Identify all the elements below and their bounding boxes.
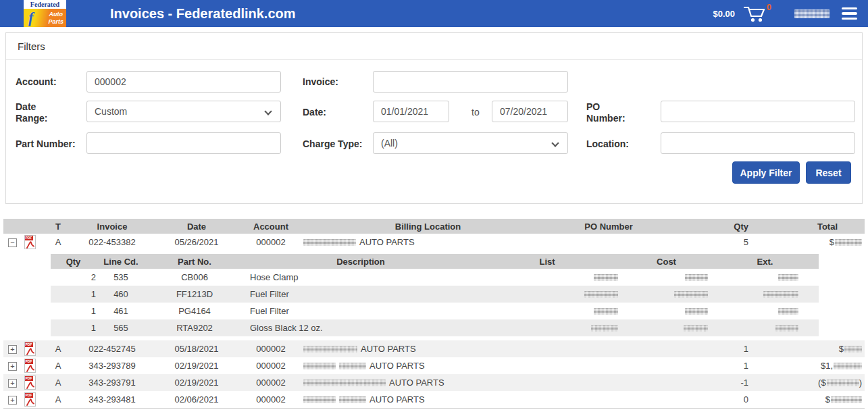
- filters-body: Account: Invoice: Date Range: Custom Dat…: [6, 60, 862, 203]
- redacted-text: [685, 308, 708, 315]
- invoice-date: 02/06/2021: [149, 391, 244, 408]
- pdf-icon[interactable]: PDF: [24, 235, 36, 249]
- invoice-row: + PDF A 343-293789 02/19/2021 000002 AUT…: [3, 357, 865, 374]
- federated-auto-parts-logo[interactable]: Federated f AutoParts: [24, 0, 66, 27]
- invoice-number: 343-293791: [75, 374, 149, 391]
- redacted-text: [303, 396, 336, 403]
- expand-row-icon[interactable]: +: [8, 362, 17, 371]
- invoice-type: A: [41, 391, 75, 408]
- col-po-number: PO Number: [558, 219, 659, 234]
- invoice-number: 343-293789: [75, 357, 149, 374]
- po-number: [558, 374, 659, 391]
- charge-type-select[interactable]: (All): [373, 132, 568, 154]
- invoice-account: 000002: [244, 357, 298, 374]
- redacted-text: [674, 291, 708, 298]
- col-invoice: Invoice: [75, 219, 149, 234]
- redacted-text: [303, 239, 356, 246]
- invoice-qty: 0: [659, 391, 754, 408]
- page-title: Invoices - Federatedlink.com: [110, 6, 296, 22]
- expand-row-icon[interactable]: +: [8, 345, 17, 354]
- invoice-qty: -1: [659, 374, 754, 391]
- line-item-row: 2 535 CB006 Hose Clamp: [51, 269, 819, 286]
- redacted-text: [594, 308, 618, 315]
- col-qty: Qty: [659, 219, 754, 234]
- part-number-input[interactable]: [86, 132, 281, 154]
- redacted-text: [775, 325, 798, 332]
- cart-total-amount: $0.00: [713, 9, 735, 19]
- cart-button[interactable]: 0: [743, 3, 773, 24]
- invoice-date: 05/18/2021: [149, 340, 244, 357]
- invoice-total: $: [754, 391, 865, 408]
- pdf-icon[interactable]: PDF: [24, 359, 36, 373]
- billing-location: AUTO PARTS: [298, 374, 558, 391]
- apply-filter-button[interactable]: Apply Filter: [732, 161, 800, 184]
- invoice-account: 000002: [244, 340, 298, 357]
- header-right: $0.00 0: [713, 3, 857, 24]
- invoice-total: $: [754, 234, 865, 251]
- po-number: [558, 340, 659, 357]
- redacted-text: [763, 291, 798, 298]
- redacted-text: [685, 274, 708, 281]
- col-line-cd: Line Cd.: [101, 254, 141, 269]
- invoice-table: T Invoice Date Account Billing Location …: [3, 219, 865, 409]
- col-total: Total: [754, 219, 865, 234]
- invoice-account: 000002: [244, 234, 298, 251]
- charge-type-value: (All): [381, 138, 398, 149]
- line-item-row: 1 565 RTA9202 Gloss Black 12 oz.: [51, 319, 819, 336]
- logo-f-glyph: f: [28, 11, 34, 25]
- invoice-total: ($): [754, 374, 865, 391]
- filters-panel-title: Filters: [6, 33, 862, 60]
- table-header-row: T Invoice Date Account Billing Location …: [3, 219, 865, 234]
- logo-auto-text: Auto: [49, 11, 63, 18]
- chevron-down-icon: [551, 139, 559, 147]
- user-name-redacted[interactable]: [794, 9, 829, 18]
- invoice-total: $1,: [754, 357, 865, 374]
- collapse-row-icon[interactable]: −: [8, 238, 17, 247]
- line-item-row: 1 460 FF1213D Fuel Filter: [51, 286, 819, 303]
- pdf-icon[interactable]: PDF: [24, 342, 36, 356]
- detail-header-row: Qty Line Cd. Part No. Description List C…: [51, 254, 819, 269]
- date-from-input[interactable]: [373, 101, 449, 122]
- redacted-text: [827, 380, 859, 386]
- invoice-type: A: [41, 357, 75, 374]
- redacted-text: [834, 363, 862, 369]
- col-list: List: [473, 254, 621, 269]
- redacted-text: [591, 325, 618, 332]
- invoice-number: 022-453382: [75, 234, 149, 251]
- expand-row-icon[interactable]: +: [8, 396, 17, 405]
- col-ext: Ext.: [711, 254, 819, 269]
- logo-parts-text: Parts: [48, 18, 63, 25]
- col-date: Date: [149, 219, 244, 234]
- invoice-date: 05/26/2021: [149, 234, 244, 251]
- pdf-icon[interactable]: PDF: [24, 392, 36, 407]
- invoice-date: 02/19/2021: [149, 357, 244, 374]
- date-range-value: Custom: [95, 106, 127, 117]
- part-number-label: Part Number:: [16, 138, 76, 150]
- cart-count-badge: 0: [767, 2, 771, 12]
- invoice-detail-row: Qty Line Cd. Part No. Description List C…: [3, 251, 865, 340]
- invoice-input[interactable]: [373, 71, 568, 93]
- invoice-account: 000002: [244, 391, 298, 408]
- redacted-text: [831, 396, 862, 403]
- invoice-type: A: [41, 340, 75, 357]
- redacted-text: [684, 325, 708, 332]
- hamburger-menu-icon[interactable]: [842, 7, 857, 20]
- charge-type-label: Charge Type:: [303, 138, 362, 150]
- invoice-date: 02/19/2021: [149, 374, 244, 391]
- account-label: Account:: [16, 76, 57, 88]
- invoice-qty: 1: [659, 357, 754, 374]
- po-number-label: PO Number:: [586, 101, 635, 124]
- location-input[interactable]: [661, 132, 855, 154]
- pdf-icon[interactable]: PDF: [24, 376, 36, 390]
- filters-panel: Filters Account: Invoice: Date Range: Cu…: [5, 32, 863, 204]
- date-range-select[interactable]: Custom: [86, 101, 281, 122]
- redacted-text: [339, 363, 366, 369]
- date-to-input[interactable]: [492, 101, 568, 122]
- reset-button[interactable]: Reset: [806, 161, 851, 184]
- account-input[interactable]: [86, 71, 281, 93]
- po-number-input[interactable]: [661, 101, 855, 122]
- redacted-text: [844, 346, 862, 353]
- logo-federated-text: Federated: [24, 0, 66, 9]
- expand-row-icon[interactable]: +: [8, 379, 17, 388]
- app-header: Federated f AutoParts Invoices - Federat…: [0, 0, 868, 27]
